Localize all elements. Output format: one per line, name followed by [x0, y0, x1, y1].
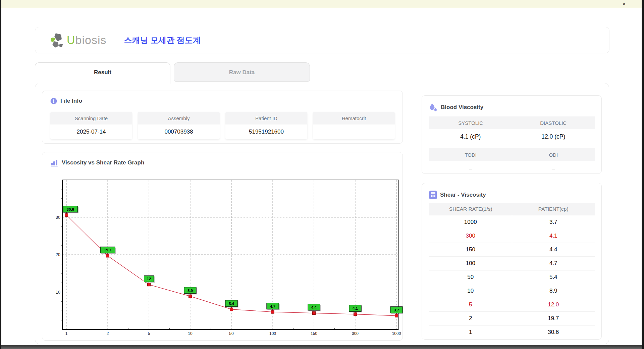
data-point-marker: [106, 254, 109, 257]
brand-u: U: [67, 34, 75, 46]
ubiosis-logo: Ubiosis: [50, 32, 107, 48]
blood-viscosity-title-row: Blood Viscosity: [429, 103, 594, 112]
data-point-label: 30.6: [67, 207, 74, 211]
patient-viscosity-cell: 30.6: [512, 326, 595, 339]
file-info-fields: Scanning Date2025-07-14Assembly000703938…: [50, 112, 395, 139]
shear-viscosity-title: Shear - Viscosity: [440, 192, 486, 198]
x-tick-label: 50: [229, 331, 234, 336]
blood-viscosity-title: Blood Viscosity: [441, 104, 483, 111]
window-edge-right: [642, 0, 644, 349]
y-tick-label: 10: [56, 290, 60, 295]
brand-text: Ubiosis: [67, 34, 107, 47]
sv-rows: 10003.73004.11504.41004.7505.4108.9512.0…: [429, 215, 595, 339]
shear-rate-cell: 5: [429, 298, 512, 312]
pebbles-logo-icon: [50, 32, 65, 48]
file-info-card: i File Info Scanning Date2025-07-14Assem…: [42, 91, 403, 144]
window-edge-bottom: [0, 345, 644, 349]
x-tick-label: 2: [107, 331, 109, 336]
svg-text:i: i: [53, 99, 54, 104]
shear-rate-cell: 150: [429, 243, 512, 257]
bv-header-diastolic: DIASTOLIC: [512, 116, 595, 129]
table-row: 219.7: [429, 312, 595, 326]
file-info-field-label: Assembly: [138, 112, 220, 124]
bv-value-row-1: 4.1 (cP) 12.0 (cP): [429, 129, 595, 144]
header-card: Ubiosis 스캐닝 모세관 점도계: [35, 27, 609, 53]
y-tick-label: 30: [56, 215, 60, 220]
file-info-field-value: 000703938: [138, 124, 220, 139]
patient-viscosity-cell: 4.1: [512, 229, 595, 243]
shear-rate-cell: 1: [429, 326, 512, 339]
shear-rate-cell: 1000: [429, 215, 512, 229]
file-info-field-value: [313, 124, 395, 139]
sv-header-patient: PATIENT(cp): [512, 203, 595, 215]
bv-header-odi: ODI: [512, 148, 595, 161]
shear-rate-cell: 50: [429, 270, 512, 284]
patient-viscosity-cell: 5.4: [512, 270, 595, 284]
data-point-label: 19.7: [104, 248, 111, 252]
data-point-label: 8.9: [187, 289, 193, 293]
data-point-marker: [354, 313, 357, 316]
table-row: 108.9: [429, 284, 595, 298]
data-point-marker: [230, 308, 233, 311]
graph-title: Viscosity vs Shear Rate Graph: [62, 159, 144, 166]
data-point-marker: [271, 310, 274, 313]
y-tick-label: 20: [56, 252, 60, 257]
bv-value-row-2: – –: [429, 161, 595, 176]
patient-viscosity-cell: 3.7: [512, 215, 595, 229]
shear-rate-cell: 100: [429, 257, 512, 270]
data-point-marker: [189, 295, 192, 298]
table-row: 130.6: [429, 326, 595, 339]
shear-rate-cell: 10: [429, 284, 512, 298]
bar-chart-icon: [50, 159, 58, 166]
bv-header-row-2: TODI ODI: [429, 148, 595, 161]
x-tick-label: 10: [188, 331, 193, 336]
app-window: × Ubiosis 스캐닝 모세관 점도계 Result Raw Data i …: [0, 0, 644, 349]
data-point-label: 5.4: [229, 302, 234, 306]
shear-rate-cell: 2: [429, 312, 512, 326]
bv-header-todi: TODI: [429, 148, 512, 161]
table-row: 1504.4: [429, 243, 595, 257]
shear-viscosity-title-row: Shear - Viscosity: [429, 191, 594, 199]
table-row: 505.4: [429, 270, 595, 284]
close-icon[interactable]: ×: [623, 1, 626, 7]
data-point-label: 12: [147, 277, 151, 281]
data-point-label: 3.7: [394, 308, 399, 312]
file-info-field: Scanning Date2025-07-14: [50, 112, 132, 139]
brand-rest: biosis: [75, 34, 107, 46]
data-point-marker: [65, 213, 68, 216]
data-point-label: 4.7: [270, 304, 275, 308]
window-edge-left: [0, 0, 1, 349]
patient-viscosity-cell: 12.0: [512, 298, 595, 312]
sv-header-shear: SHEAR RATE(1/s): [429, 203, 512, 215]
sv-header-row: SHEAR RATE(1/s) PATIENT(cp): [429, 203, 595, 215]
tab-raw-data[interactable]: Raw Data: [174, 62, 310, 82]
bv-value-systolic: 4.1 (cP): [429, 129, 512, 144]
data-point-label: 4.1: [353, 306, 358, 310]
bv-value-odi: –: [512, 161, 595, 176]
droplets-icon: [429, 103, 437, 112]
file-info-field-label: Hematocrit: [313, 112, 395, 124]
page-title: 스캐닝 모세관 점도계: [124, 35, 201, 46]
file-info-field-label: Scanning Date: [50, 112, 132, 124]
tab-result[interactable]: Result: [35, 62, 170, 84]
file-info-field: Patient ID51951921600: [225, 112, 307, 139]
blood-viscosity-table: SYSTOLIC DIASTOLIC 4.1 (cP) 12.0 (cP) TO…: [429, 116, 595, 176]
shear-viscosity-table: SHEAR RATE(1/s) PATIENT(cp) 10003.73004.…: [429, 203, 595, 339]
bv-header-row-1: SYSTOLIC DIASTOLIC: [429, 116, 595, 129]
bv-value-todi: –: [429, 161, 512, 176]
graph-card: Viscosity vs Shear Rate Graph 1251050100…: [42, 152, 403, 341]
shear-rate-cell: 300: [429, 229, 512, 243]
bv-value-diastolic: 12.0 (cP): [512, 129, 595, 144]
calculator-icon: [429, 191, 437, 199]
file-info-title: File Info: [60, 98, 82, 104]
x-tick-label: 150: [311, 331, 317, 336]
file-info-title-row: i File Info: [50, 98, 394, 104]
shear-viscosity-card: Shear - Viscosity SHEAR RATE(1/s) PATIEN…: [422, 183, 602, 340]
data-point-marker: [395, 314, 398, 317]
blood-viscosity-card: Blood Viscosity SYSTOLIC DIASTOLIC 4.1 (…: [422, 95, 602, 174]
patient-viscosity-cell: 8.9: [512, 284, 595, 298]
viscosity-chart: 1251050100150300100010203030.619.7128.95…: [42, 176, 403, 341]
info-icon: i: [50, 98, 57, 104]
table-row: 1004.7: [429, 257, 595, 270]
patient-viscosity-cell: 4.4: [512, 243, 595, 257]
